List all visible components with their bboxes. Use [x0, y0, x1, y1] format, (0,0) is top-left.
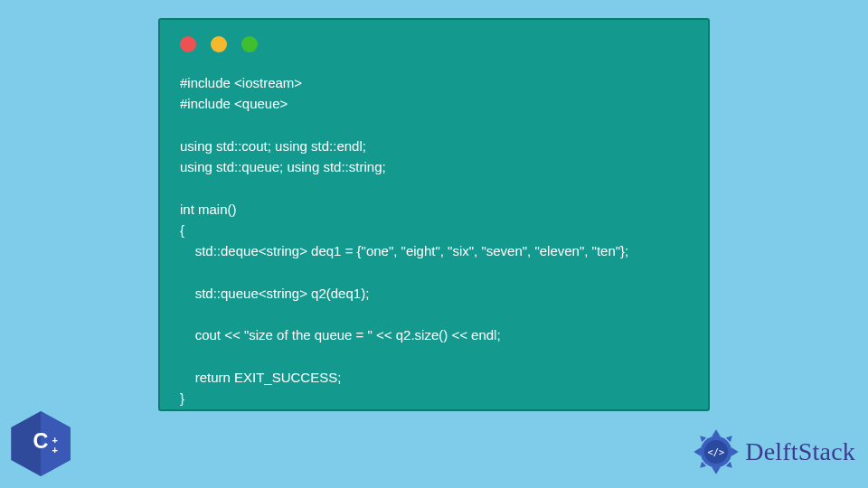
- svg-text:+: +: [52, 445, 57, 455]
- window-traffic-lights: [180, 36, 688, 52]
- cpp-badge-icon: C + +: [5, 408, 76, 479]
- gear-badge-icon: </>: [693, 428, 740, 475]
- minimize-icon: [211, 36, 227, 52]
- svg-marker-7: [694, 448, 701, 456]
- code-block: #include <iostream> #include <queue> usi…: [180, 72, 688, 408]
- svg-text:C: C: [33, 429, 49, 453]
- brand-name: DelftStack: [745, 437, 855, 466]
- brand-logo: </> DelftStack: [693, 428, 855, 475]
- svg-marker-8: [732, 448, 739, 456]
- close-icon: [180, 36, 196, 52]
- maximize-icon: [241, 36, 258, 52]
- svg-text:</>: </>: [708, 446, 725, 457]
- svg-marker-6: [712, 467, 721, 474]
- code-window: #include <iostream> #include <queue> usi…: [158, 18, 710, 411]
- svg-marker-5: [712, 430, 721, 436]
